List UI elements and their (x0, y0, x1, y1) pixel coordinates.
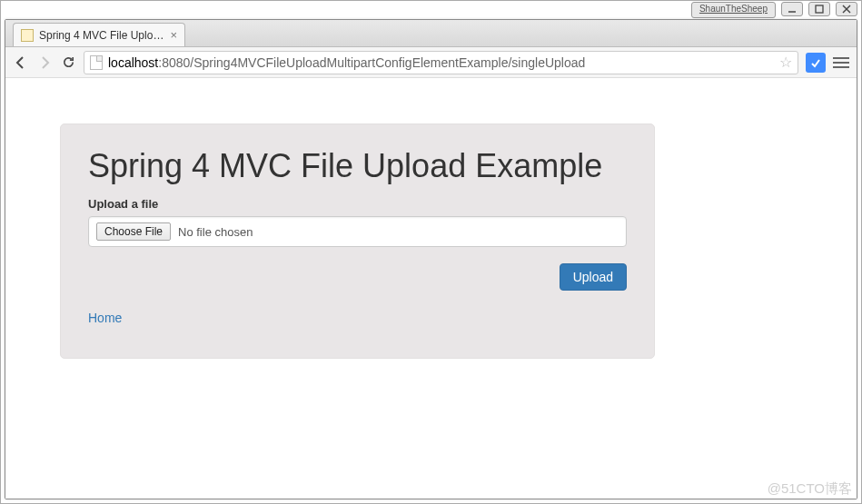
tab-close-icon[interactable]: × (170, 28, 177, 42)
home-link[interactable]: Home (88, 311, 122, 325)
svg-rect-1 (816, 5, 823, 13)
file-input[interactable]: Choose File No file chosen (88, 216, 627, 247)
extension-button[interactable] (806, 53, 826, 73)
address-bar[interactable]: localhost:8080/Spring4MVCFileUploadMulti… (84, 51, 798, 74)
os-user-label: ShaunTheSheep (691, 2, 776, 18)
browser-window: Spring 4 MVC File Upload × localhost:808… (5, 19, 857, 499)
file-chosen-text: No file chosen (178, 225, 253, 239)
choose-file-button[interactable]: Choose File (96, 222, 171, 241)
content-well: Spring 4 MVC File Upload Example Upload … (60, 124, 655, 359)
window-close-button[interactable] (836, 2, 857, 16)
back-button[interactable] (13, 54, 29, 71)
window-maximize-button[interactable] (808, 2, 830, 16)
hamburger-menu-icon[interactable] (833, 57, 849, 68)
url-text: localhost:8080/Spring4MVCFileUploadMulti… (108, 55, 774, 70)
bookmark-star-icon[interactable]: ☆ (779, 54, 792, 71)
page-viewport: Spring 4 MVC File Upload Example Upload … (5, 78, 857, 499)
url-host: localhost (108, 55, 158, 70)
browser-tab[interactable]: Spring 4 MVC File Upload × (13, 23, 185, 46)
browser-toolbar: localhost:8080/Spring4MVCFileUploadMulti… (5, 47, 857, 78)
upload-button[interactable]: Upload (560, 263, 627, 291)
tab-title: Spring 4 MVC File Upload (39, 29, 164, 42)
favicon-icon (21, 29, 34, 42)
window-minimize-button[interactable] (781, 2, 803, 16)
url-path: :8080/Spring4MVCFileUploadMultipartConfi… (158, 55, 585, 70)
forward-button[interactable] (36, 54, 53, 71)
watermark-text: @51CTO博客 (768, 480, 852, 498)
page-heading: Spring 4 MVC File Upload Example (88, 147, 627, 184)
page-icon (90, 55, 103, 70)
tab-strip: Spring 4 MVC File Upload × (5, 20, 857, 47)
reload-button[interactable] (60, 54, 76, 71)
upload-label: Upload a file (88, 197, 627, 211)
